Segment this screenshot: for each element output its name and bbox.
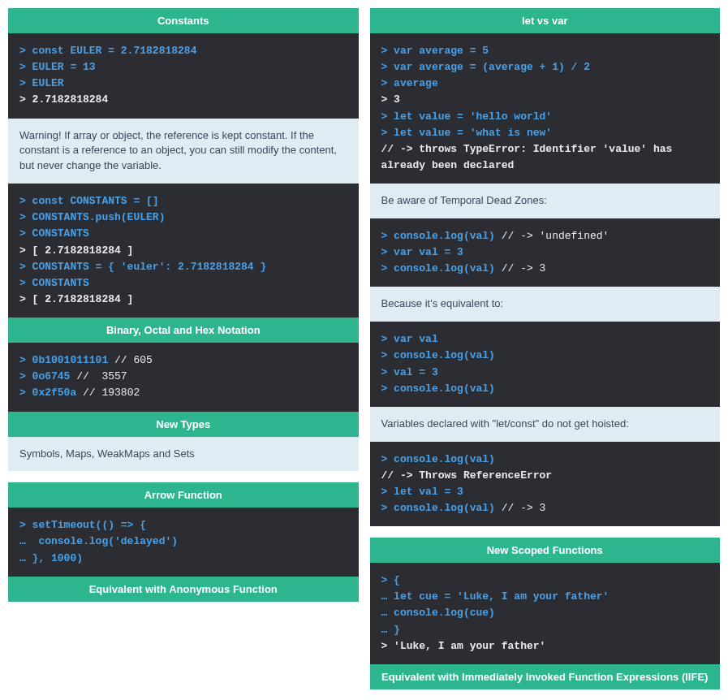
subheader-iife: Equivalent with Immediately Invoked Func… <box>370 664 721 689</box>
code-letvar-2: > console.log(val) // -> 'undefined'> va… <box>370 218 721 287</box>
subheader-notation: Binary, Octal and Hex Notation <box>8 318 359 343</box>
code-constants-1: > const EULER = 2.7182818284> EULER = 13… <box>8 33 359 119</box>
right-column: let vs var > var average = 5> var averag… <box>370 8 721 689</box>
code-letvar-1: > var average = 5> var average = (averag… <box>370 33 721 184</box>
header-constants: Constants <box>8 8 359 33</box>
code-letvar-3: > var val> console.log(val)> val = 3> co… <box>370 322 721 407</box>
header-letvar: let vs var <box>370 8 721 33</box>
note-newtypes: Symbols, Maps, WeakMaps and Sets <box>8 437 359 472</box>
left-column: Constants > const EULER = 2.7182818284> … <box>8 8 359 689</box>
subheader-anonymous: Equivalent with Anonymous Function <box>8 577 359 602</box>
note-constants-warning: Warning! If array or object, the referen… <box>8 119 359 184</box>
code-notation: > 0b1001011101 // 605> 0o6745 // 3557> 0… <box>8 343 359 411</box>
header-arrow: Arrow Function <box>8 482 359 508</box>
card-scoped-fn: New Scoped Functions > {… let cue = 'Luk… <box>370 538 721 689</box>
note-equiv: Because it's equivalent to: <box>370 287 721 322</box>
code-constants-2: > const CONSTANTS = []> CONSTANTS.push(E… <box>8 184 359 318</box>
card-arrow-function: Arrow Function > setTimeout(() => {… con… <box>8 482 359 601</box>
card-let-vs-var: let vs var > var average = 5> var averag… <box>370 8 721 526</box>
note-hoist: Variables declared with "let/const" do n… <box>370 407 721 442</box>
code-letvar-4: > console.log(val)// -> Throws Reference… <box>370 442 721 527</box>
code-scoped: > {… let cue = 'Luke, I am your father'…… <box>370 563 721 664</box>
card-constants: Constants > const EULER = 2.7182818284> … <box>8 8 359 471</box>
subheader-newtypes: New Types <box>8 412 359 437</box>
header-scoped: New Scoped Functions <box>370 538 721 563</box>
note-tdz: Be aware of Temporal Dead Zones: <box>370 184 721 218</box>
code-arrow: > setTimeout(() => {… console.log('delay… <box>8 508 359 576</box>
